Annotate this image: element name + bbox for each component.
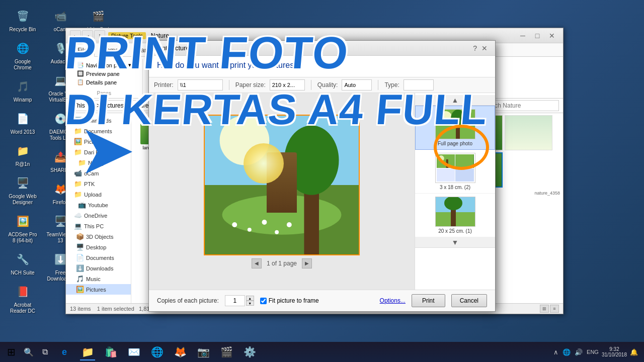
winamp-label: Winamp [14, 97, 32, 103]
svg-rect-17 [446, 159, 448, 168]
store-taskbar-button[interactable]: 🛍️ [100, 343, 122, 361]
sidebar-item-youtube[interactable]: 📺 Youtube [66, 200, 131, 210]
sidebar-item-pictures[interactable]: 🖼️ Pictures [66, 136, 131, 147]
mail-taskbar-button[interactable]: ✉️ [123, 343, 145, 361]
layout-item-20x25[interactable]: 20 x 25 cm. (1) [415, 194, 495, 237]
layout-item-full-page[interactable]: Full page photo [415, 106, 495, 150]
options-link[interactable]: Options... [380, 297, 406, 304]
copies-input[interactable] [225, 295, 245, 306]
sidebar-item-3d-objects[interactable]: 📦 3D Objects [66, 231, 131, 242]
svg-point-9 [275, 230, 279, 234]
downloads2-icon: ⬇️ [76, 264, 84, 272]
nav-dropdown-icon: ▾ [128, 62, 131, 68]
clock-time: 9:32 [609, 346, 619, 352]
dialog-close-button[interactable]: ✕ [479, 44, 490, 53]
camera-taskbar-button[interactable]: 📷 [192, 343, 214, 361]
details-pane-button[interactable]: 📋 Details pane [74, 78, 134, 86]
sidebar-item-downloads[interactable]: ⬇️ Downloads [66, 115, 131, 126]
back-button[interactable]: ← [70, 30, 81, 41]
svg-point-16 [438, 155, 444, 161]
copies-decrement[interactable]: ▼ [246, 301, 254, 306]
preview-pane-button[interactable]: 🔲 Preview pane [74, 69, 134, 78]
fit-checkbox[interactable] [260, 298, 267, 304]
full-page-label: Full page photo [438, 141, 472, 146]
desktop-icon-r1n[interactable]: 📁 R@1n [5, 140, 40, 169]
search-button[interactable]: 🔍 [21, 343, 36, 361]
desktop-icon-acrobat[interactable]: 📕 Acrobat Reader DC [5, 281, 40, 316]
sidebar-item-desktop[interactable]: 🖥️ Desktop [66, 242, 131, 252]
desktop-icon-winamp[interactable]: 🎵 Winamp [5, 75, 40, 105]
file-explorer-taskbar-button[interactable]: 📁 [76, 343, 99, 361]
desktop-icon-recycle-bin[interactable]: 🗑️ Recycle Bin [5, 5, 40, 35]
next-page-button[interactable]: ▶ [302, 258, 312, 268]
taskbar: ⊞ 🔍 ⧉ e 📁 🛍️ ✉️ 🌐 🦊 📷 🎬 ⚙️ ∧ 🌐 🔊 ENG 9:3… [0, 342, 644, 362]
sidebar-item-pictures2[interactable]: 🖼️ Pictures [66, 284, 131, 295]
sidebar-item-upload[interactable]: 📁 Upload [66, 189, 131, 200]
layout-item-3x18[interactable]: 3 x 18 cm. (2) [415, 150, 495, 194]
desktop-icon-nch[interactable]: 🔧 NCH Suite [5, 248, 40, 278]
prev-page-button[interactable]: ◀ [252, 258, 262, 268]
details-view[interactable]: ≡ [550, 305, 559, 313]
close-button[interactable]: ✕ [545, 30, 559, 41]
cancel-button[interactable]: Cancel [451, 294, 487, 307]
sidebar-item-downloads2[interactable]: ⬇️ Downloads [66, 263, 131, 274]
up-button[interactable]: ↑ [94, 30, 105, 41]
minimize-button[interactable]: ─ [516, 30, 530, 41]
volume-icon[interactable]: 🔊 [574, 348, 584, 356]
forward-button[interactable]: → [82, 30, 93, 41]
tab-file[interactable]: File [70, 44, 95, 57]
ocam-sidebar-icon: 📹 [74, 169, 82, 177]
sidebar-item-documents2[interactable]: 📄 Documents [66, 252, 131, 263]
task-view-button[interactable]: ⧉ [37, 343, 52, 361]
thumb-card-2[interactable] [505, 115, 552, 150]
scroll-up-button[interactable]: ▲ [415, 95, 495, 106]
video-taskbar-button[interactable]: 🎬 [215, 343, 237, 361]
sidebar-documents2-label: Documents [86, 255, 114, 261]
maximize-button[interactable]: □ [530, 30, 544, 41]
dialog-help-button[interactable]: ? [473, 44, 477, 52]
sidebar-youtube-label: Youtube [88, 202, 108, 208]
edge-taskbar-button[interactable]: e [53, 343, 75, 361]
sidebar-item-onedrive[interactable]: ☁️ OneDrive [66, 210, 131, 221]
sidebar-item-dari-b[interactable]: 📁 Dari B [66, 147, 131, 157]
chrome-taskbar-button[interactable]: 🌐 [146, 343, 168, 361]
sidebar-item-music[interactable]: 🎵 Music [66, 274, 131, 284]
sidebar-item-documents[interactable]: 📁 Documents [66, 126, 131, 136]
navigation-pane-button[interactable]: 📑 Navigation pane ▾ [74, 61, 134, 69]
desktop-icon-acdsee[interactable]: 🖼️ ACDSee Pro 8 (64-bit) [5, 210, 40, 246]
desktop-icon-gwd[interactable]: 🖥️ Google Web Designer [5, 172, 40, 208]
desktop-icon-word[interactable]: 📄 Word 2013 [5, 108, 40, 137]
gwd-label: Google Web Designer [7, 194, 38, 206]
details-pane-icon: 📋 [77, 79, 84, 85]
printer-input[interactable] [178, 79, 223, 90]
network-icon[interactable]: 🌐 [561, 348, 572, 356]
sidebar-nining-label: Nining [88, 160, 104, 166]
copies-increment[interactable]: ▲ [246, 296, 254, 301]
language-indicator[interactable]: ENG [586, 349, 600, 355]
start-button[interactable]: ⊞ [2, 343, 20, 361]
sidebar-item-nining[interactable]: 📁 Nining [66, 157, 131, 168]
desktop-icon-chrome[interactable]: 🌐 Google Chrome [5, 37, 40, 73]
sidebar-item-this-pc[interactable]: 💻 This PC [66, 221, 131, 231]
svg-point-7 [248, 227, 252, 231]
sidebar-item-ocam[interactable]: 📹 oCam [66, 168, 131, 178]
large-icons-view[interactable]: ⊞ [540, 305, 549, 313]
tray-chevron[interactable]: ∧ [552, 348, 559, 356]
notification-icon[interactable]: 🔔 [629, 348, 639, 356]
acrobat-icon: 📕 [14, 283, 32, 301]
type-input[interactable] [404, 79, 434, 90]
preview-pane-label: Preview pane [86, 71, 120, 77]
firefox-taskbar-button[interactable]: 🦊 [169, 343, 191, 361]
scroll-down-button[interactable]: ▼ [415, 237, 495, 248]
gwd-icon: 🖥️ [14, 174, 32, 192]
quality-input[interactable] [342, 79, 372, 90]
tab-home[interactable]: Home [95, 44, 126, 56]
settings-taskbar-button[interactable]: ⚙️ [238, 343, 261, 361]
print-button[interactable]: Print [412, 294, 445, 307]
sidebar-item-ptk[interactable]: 📁 PTK [66, 178, 131, 189]
system-clock[interactable]: 9:32 31/10/2018 [602, 346, 627, 357]
svg-rect-18 [456, 154, 473, 168]
music-icon: 🎵 [76, 275, 84, 283]
paper-size-input[interactable] [270, 79, 305, 90]
explorer-title: Nature [151, 32, 169, 39]
